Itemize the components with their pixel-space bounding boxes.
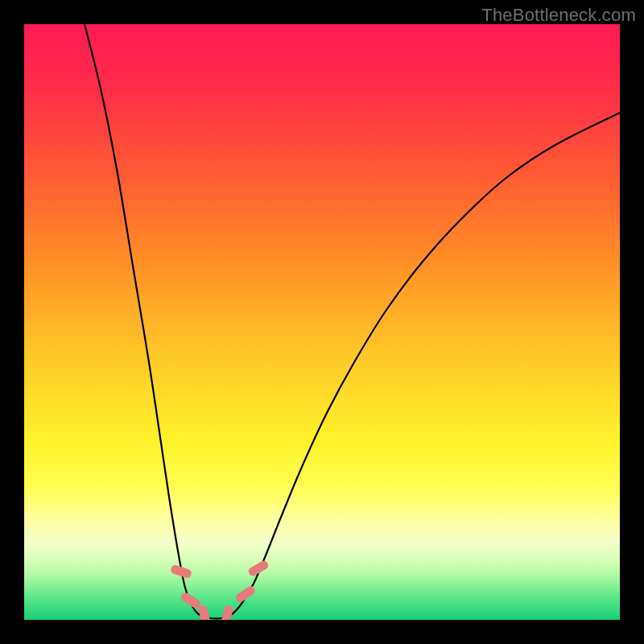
chart-svg bbox=[24, 24, 620, 620]
watermark-text: TheBottleneck.com bbox=[481, 5, 636, 26]
chart-area bbox=[24, 24, 620, 620]
gradient-rect bbox=[24, 24, 620, 620]
